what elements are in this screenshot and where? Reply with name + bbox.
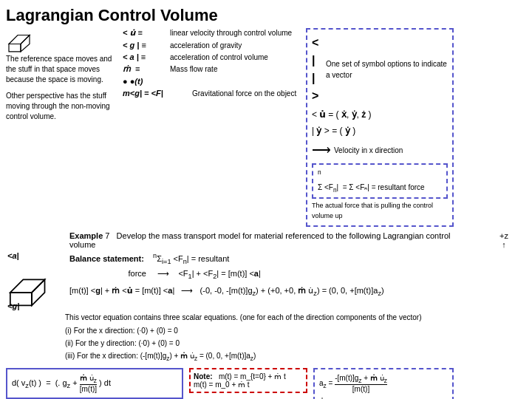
note-label: Note: <box>194 372 216 381</box>
right-arrow-icon: ⟶ <box>312 140 331 160</box>
note-line2: m(t) = m_0 + ṁ t <box>194 381 250 389</box>
bottom-section: d( vz(t) ) = (. gz + ṁ u̇z [m(t)] ) dt N… <box>6 368 526 399</box>
right-box-formula1: < u̇ = ( ẋ, ẏ, ż ) <box>312 108 448 121</box>
symbol-dot: ● ●(t) <box>123 77 167 86</box>
example-left-space <box>6 231 65 249</box>
bottom-formula: d( vz(t) ) = (. gz + ṁ u̇z [m(t)] ) dt <box>12 374 177 393</box>
left-text-2: Other perspective has the stuff moving t… <box>6 91 117 122</box>
symbol-row-velocity: < u̇ ≡ linear velocity through control v… <box>123 28 300 38</box>
symbol-row-dot: ● ●(t) <box>123 77 300 86</box>
note-line1: m(t) = m_{t=0} + ṁ t <box>219 372 286 381</box>
symbol-massflow-desc: Mass flow rate <box>170 65 217 73</box>
symbol-massflow: ṁ ≡ <box>123 64 167 74</box>
top-section: The reference space moves and the stuff … <box>6 28 526 227</box>
symbol-velocity: < u̇ ≡ <box>123 28 167 38</box>
symbol-gravity-desc: acceleration of gravity <box>170 41 242 50</box>
bottom-right-formula1: az = -[m(t)]gz + ṁ u̇z [m(t)] <box>319 374 448 393</box>
scalar-note: This vector equation contains three scal… <box>65 313 526 321</box>
right-box-arrow-label: Velocity in x direction <box>334 145 403 156</box>
symbol-accel-desc: acceleration of control volume <box>170 53 268 61</box>
right-box-header: < || > One set of symbol options to indi… <box>312 34 448 105</box>
example-number: 7 <box>105 231 109 240</box>
right-symbol-box: < || > One set of symbol options to indi… <box>306 28 454 227</box>
symbol-force-desc: Gravitational force on the object <box>192 89 296 98</box>
page: Lagrangian Control Volume The reference … <box>0 0 532 399</box>
middle-column: < u̇ ≡ linear velocity through control v… <box>123 28 300 227</box>
symbol-row-force: m<g| = <F| Gravitational force on the ob… <box>123 89 300 98</box>
dir-x: (i) For the x direction: (·0) + (0) = 0 <box>65 324 526 337</box>
bottom-formula-box: d( vz(t) ) = (. gz + ṁ u̇z [m(t)] ) dt <box>6 368 183 399</box>
cube-diagram <box>6 28 35 54</box>
example-label: Example <box>69 231 105 240</box>
right-box-pull-note: The actual force that is pulling the con… <box>312 201 448 221</box>
left-column: The reference space moves and the stuff … <box>6 28 117 227</box>
balance-label-line: Balance statement: nΣi=1 <Fn| = resultan… <box>69 251 526 282</box>
example-text: Develop the mass transport model for mat… <box>69 231 450 249</box>
sum-formula: n Σ <Fn| = Σ <Fₙ| = resultant force <box>318 171 425 191</box>
symbol-accel: < a | ≡ <box>123 52 167 61</box>
symbol-row-massflow: ṁ ≡ Mass flow rate <box>123 64 300 74</box>
symbol-row-accel: < a | ≡ acceleration of control volume <box>123 52 300 61</box>
bracket-symbols: < || > <box>312 34 323 105</box>
right-equations: Balance statement: nΣi=1 <Fn| = resultan… <box>69 251 526 310</box>
diagram-g-label: <g| <box>7 301 19 310</box>
equations-section: <a| <g| Balance statement: nΣi=1 <Fn| = … <box>6 251 526 310</box>
svg-marker-0 <box>9 35 30 44</box>
svg-marker-2 <box>21 35 30 52</box>
bottom-right-formula2: d—dt vz(t) = - gz + ṁ u̇z [m(t)] <box>319 396 448 399</box>
directions-section: (i) For the x direction: (·0) + (0) = 0 … <box>65 324 526 364</box>
right-box-desc: One set of symbol options to indicate a … <box>326 58 448 81</box>
bottom-note-box: Note: m(t) = m_{t=0} + ṁ t m(t) = m_0 + … <box>189 368 307 393</box>
example-section: Example 7 Develop the mass transport mod… <box>6 231 526 364</box>
svg-marker-3 <box>10 280 45 293</box>
right-box-arrow-row: ⟶ Velocity in x direction <box>312 140 448 160</box>
bottom-right-box: az = -[m(t)]gz + ṁ u̇z [m(t)] d—dt vz(t)… <box>313 368 454 399</box>
z-axis-label: +z↑ <box>482 231 526 249</box>
right-box-formula2: | ẏ > = ( ẏ ) <box>312 124 448 137</box>
svg-marker-1 <box>9 44 21 52</box>
example-title-block: Example 7 Develop the mass transport mod… <box>69 231 477 249</box>
left-text-1: The reference space moves and the stuff … <box>6 54 117 85</box>
symbol-row-gravity: < g | ≡ acceleration of gravity <box>123 41 300 50</box>
example-header: Example 7 Develop the mass transport mod… <box>6 231 526 249</box>
svg-marker-5 <box>32 280 45 306</box>
right-box-sum: n Σ <Fn| = Σ <Fₙ| = resultant force <box>312 163 448 199</box>
balance-label: Balance statement: <box>69 254 144 263</box>
symbol-force: m<g| = <F| <box>123 89 189 98</box>
left-diagram: <a| <g| <box>6 251 65 310</box>
page-title: Lagrangian Control Volume <box>6 6 526 25</box>
eq2-line: [m(t)] <g| + ṁ <u̇ = [m(t)] <a| ⟶ (-0, -… <box>69 284 526 299</box>
dir-z: (iii) For the x direction: (-[m(t)]gz) +… <box>65 349 526 364</box>
symbol-gravity: < g | ≡ <box>123 41 167 50</box>
dir-y: (ii) For the y direction: (·0) + (0) = 0 <box>65 337 526 349</box>
symbol-velocity-desc: linear velocity through control volume <box>170 29 292 37</box>
